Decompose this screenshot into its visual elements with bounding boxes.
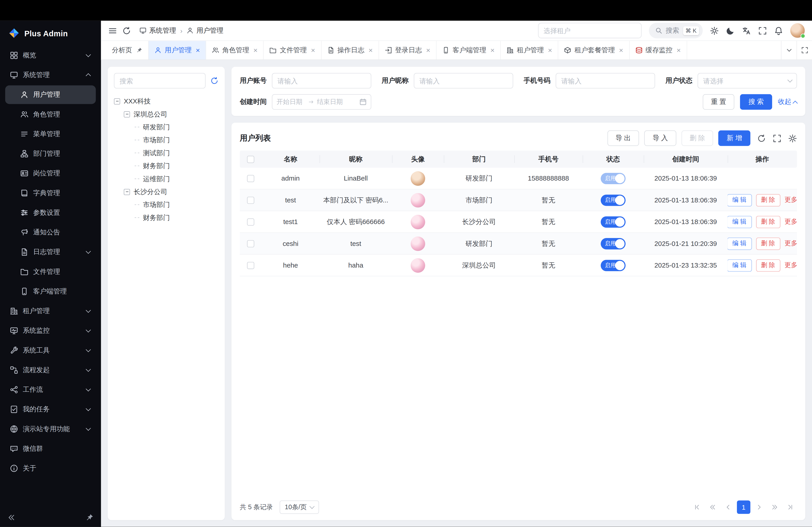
tab[interactable]: 租户套餐管理 ×	[559, 41, 629, 60]
delete-button[interactable]: 删 除	[756, 194, 780, 206]
edit-button[interactable]: 编 辑	[728, 194, 752, 206]
tab-close-icon[interactable]: ×	[490, 47, 495, 54]
sidebar-item[interactable]: 通知公告	[5, 223, 96, 242]
tab[interactable]: 租户管理 ×	[501, 41, 558, 60]
tree-node[interactable]: 市场部门	[114, 198, 219, 211]
edit-button[interactable]: 编 辑	[728, 259, 752, 271]
tree-collapse-icon[interactable]	[124, 111, 130, 117]
search-button[interactable]: 搜 索	[740, 94, 772, 110]
delete-button[interactable]: 删 除	[756, 215, 780, 228]
tab[interactable]: 操作日志 ×	[321, 41, 379, 60]
more-button[interactable]: 更多	[784, 217, 797, 226]
tab-close-icon[interactable]: ×	[426, 47, 430, 54]
table-refresh-icon[interactable]	[757, 134, 766, 142]
user-avatar[interactable]	[411, 171, 425, 185]
sidebar-item[interactable]: 菜单管理	[5, 125, 96, 144]
table-settings-icon[interactable]	[788, 134, 797, 142]
page-size-select[interactable]: 10条/页	[280, 501, 319, 514]
breadcrumb-item[interactable]: 系统管理	[140, 26, 176, 35]
sidebar-item[interactable]: 部门管理	[5, 145, 96, 163]
sidebar-item[interactable]: 系统工具	[5, 341, 96, 360]
column-header[interactable]: 创建时间	[644, 151, 728, 168]
more-button[interactable]: 更多	[784, 196, 797, 205]
pagination-page-1[interactable]: 1	[737, 501, 751, 514]
sidebar-collapse-icon[interactable]	[7, 513, 16, 522]
user-avatar[interactable]	[411, 215, 425, 229]
dark-mode-icon[interactable]	[726, 26, 735, 35]
sidebar-item[interactable]: 系统监控	[5, 321, 96, 340]
tree-collapse-icon[interactable]	[114, 98, 120, 104]
tab-close-icon[interactable]: ×	[253, 47, 258, 54]
column-header[interactable]: 名称	[261, 151, 319, 168]
settings-icon[interactable]	[710, 26, 719, 35]
sidebar-item[interactable]: 用户管理	[5, 86, 96, 104]
fullscreen-icon[interactable]	[758, 26, 767, 35]
tab[interactable]: 文件管理 ×	[264, 41, 321, 60]
user-avatar[interactable]	[411, 236, 425, 251]
sidebar-item[interactable]: 客户端管理	[5, 282, 96, 301]
user-avatar-button[interactable]	[791, 23, 805, 37]
tab-close-icon[interactable]: ×	[311, 47, 315, 54]
status-toggle[interactable]: 启用	[601, 173, 625, 184]
row-checkbox[interactable]	[247, 196, 254, 204]
tabs-fullscreen-button[interactable]	[796, 41, 812, 60]
row-checkbox[interactable]	[247, 262, 254, 269]
sidebar-item[interactable]: 概览	[5, 46, 96, 65]
column-header[interactable]: 昵称	[320, 151, 392, 168]
status-toggle[interactable]: 启用	[601, 194, 625, 206]
account-input[interactable]	[272, 73, 371, 89]
sidebar-pin-icon[interactable]	[86, 513, 94, 522]
start-date-input[interactable]	[277, 98, 306, 105]
nickname-input[interactable]	[414, 73, 513, 89]
menu-collapse-icon[interactable]	[108, 26, 117, 35]
tree-refresh-icon[interactable]	[210, 77, 219, 85]
status-toggle[interactable]: 启用	[601, 238, 625, 249]
more-button[interactable]: 更多	[784, 261, 797, 270]
tree-collapse-icon[interactable]	[124, 189, 130, 195]
user-avatar[interactable]	[411, 193, 425, 207]
delete-button[interactable]: 删 除	[756, 237, 780, 250]
delete-button[interactable]: 删 除	[756, 259, 780, 271]
tree-node[interactable]: 财务部门	[114, 211, 219, 224]
breadcrumb-item[interactable]: 用户管理	[187, 26, 223, 35]
notification-bell-icon[interactable]	[774, 26, 783, 35]
tree-node[interactable]: 测试部门	[114, 147, 219, 160]
tab-close-icon[interactable]: ×	[677, 47, 681, 54]
status-toggle[interactable]: 启用	[601, 216, 625, 228]
pagination-next-button[interactable]	[752, 501, 766, 514]
department-search-input[interactable]	[114, 73, 205, 89]
tree-node[interactable]: 运维部门	[114, 172, 219, 185]
tree-node[interactable]: 市场部门	[114, 133, 219, 146]
sidebar-item[interactable]: 参数设置	[5, 203, 96, 222]
tree-node[interactable]: 研发部门	[114, 121, 219, 133]
import-button[interactable]: 导 入	[644, 131, 676, 146]
sidebar-item[interactable]: 我的任务	[5, 400, 96, 419]
translate-icon[interactable]	[742, 26, 751, 35]
tab-close-icon[interactable]: ×	[548, 47, 552, 54]
row-checkbox[interactable]	[247, 240, 254, 247]
tenant-select-input[interactable]	[538, 23, 641, 38]
row-checkbox[interactable]	[247, 218, 254, 225]
pagination-prev-group-button[interactable]	[706, 501, 719, 514]
status-select[interactable]	[698, 73, 797, 89]
add-button[interactable]: 新 增	[719, 131, 750, 146]
tab[interactable]: 缓存监控 ×	[629, 41, 687, 60]
sidebar-item[interactable]: 微信群	[5, 439, 96, 458]
reset-button[interactable]: 重 置	[702, 94, 735, 110]
tab-close-icon[interactable]: ×	[196, 47, 200, 54]
sidebar-item[interactable]: 租户管理	[5, 302, 96, 320]
tree-node[interactable]: 长沙分公司	[114, 185, 219, 198]
column-header[interactable]: 操作	[728, 151, 797, 168]
sidebar-item[interactable]: 日志管理	[5, 243, 96, 261]
column-header[interactable]: 头像	[392, 151, 444, 168]
user-avatar[interactable]	[411, 258, 425, 272]
status-toggle[interactable]: 启用	[601, 259, 625, 271]
sidebar-item[interactable]: 岗位管理	[5, 164, 96, 183]
tab-pin-icon[interactable]	[136, 47, 143, 54]
end-date-input[interactable]	[317, 98, 346, 105]
tab[interactable]: 用户管理 ×	[149, 41, 206, 60]
tree-node[interactable]: XXX科技	[114, 95, 219, 107]
edit-button[interactable]: 编 辑	[728, 237, 752, 250]
export-button[interactable]: 导 出	[607, 131, 639, 146]
tab[interactable]: 分析页	[106, 41, 149, 60]
